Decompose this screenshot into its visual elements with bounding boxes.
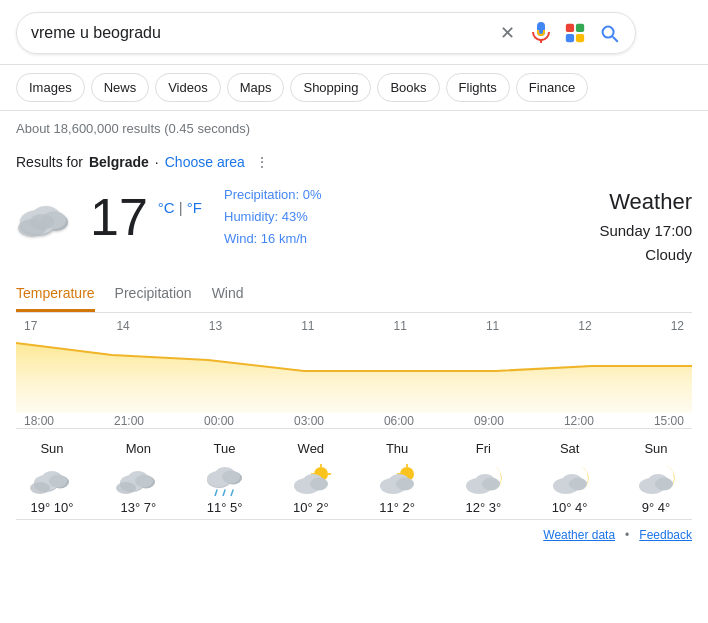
tab-images[interactable]: Images: [16, 73, 85, 102]
chart-hour-3: 03:00: [294, 414, 324, 428]
day-tue: Tue 11° 5°: [189, 441, 261, 515]
day-icon-sat: [548, 460, 592, 496]
svg-point-25: [116, 482, 136, 494]
day-label-thu: Thu: [386, 441, 408, 456]
day-icon-sun2: [634, 460, 678, 496]
search-bar: ✕: [16, 12, 636, 54]
day-temps-mon: 13° 7°: [120, 500, 156, 515]
chart-temp-1: 14: [116, 319, 129, 333]
day-temps-thu: 11° 2°: [379, 500, 415, 515]
temp-display: 17 °C | °F: [90, 191, 202, 243]
day-wed: Wed 10° 2°: [275, 441, 347, 515]
tab-precipitation[interactable]: Precipitation: [115, 277, 192, 312]
day-temps-tue: 11° 5°: [207, 500, 243, 515]
humidity-detail: Humidity: 43%: [224, 206, 322, 228]
weather-main: 17 °C | °F Precipitation: 0% Humidity: 4…: [16, 184, 692, 267]
day-icon-wed: [289, 460, 333, 496]
more-options-icon[interactable]: ⋮: [255, 154, 269, 170]
chart-temp-6: 12: [578, 319, 591, 333]
svg-rect-3: [576, 34, 584, 42]
chart-hour-7: 15:00: [654, 414, 684, 428]
day-icon-sun1: [30, 460, 74, 496]
day-label-fri: Fri: [476, 441, 491, 456]
temperature-value: 17: [90, 188, 148, 246]
weather-right: Weather Sunday 17:00 Cloudy: [599, 184, 692, 267]
weather-condition-icon: [16, 192, 76, 242]
chart-hour-0: 18:00: [24, 414, 54, 428]
daily-forecast: Sun 19° 10° Mon: [16, 428, 692, 519]
svg-point-42: [310, 478, 328, 491]
tab-temperature[interactable]: Temperature: [16, 277, 95, 312]
chart-temp-2: 13: [209, 319, 222, 333]
chart-hour-4: 06:00: [384, 414, 414, 428]
day-label-sun2: Sun: [644, 441, 667, 456]
weather-data-link[interactable]: Weather data: [543, 528, 615, 542]
day-icon-fri: [461, 460, 505, 496]
chart-temp-5: 11: [486, 319, 499, 333]
day-sun-2: Sun 9° 4°: [620, 441, 692, 515]
tab-wind[interactable]: Wind: [212, 277, 244, 312]
day-label-sun1: Sun: [40, 441, 63, 456]
day-mon: Mon 13° 7°: [102, 441, 174, 515]
temp-unit: °C | °F: [158, 199, 202, 216]
svg-rect-2: [566, 34, 574, 42]
tab-videos[interactable]: Videos: [155, 73, 221, 102]
day-temps-sun1: 19° 10°: [31, 500, 74, 515]
svg-point-51: [482, 478, 500, 491]
chart-temp-3: 11: [301, 319, 314, 333]
results-for-label: Results for: [16, 154, 83, 170]
weather-day-time: Sunday 17:00: [599, 219, 692, 243]
search-icons: ✕: [495, 21, 621, 45]
celsius-unit[interactable]: °C: [158, 199, 175, 216]
tab-flights[interactable]: Flights: [446, 73, 510, 102]
clear-icon[interactable]: ✕: [495, 21, 519, 45]
svg-point-24: [135, 475, 153, 488]
chart-svg: [16, 333, 692, 413]
svg-point-54: [569, 478, 587, 491]
svg-point-31: [222, 471, 240, 484]
dot-separator: ·: [155, 154, 159, 170]
day-label-mon: Mon: [126, 441, 151, 456]
tab-maps[interactable]: Maps: [227, 73, 285, 102]
day-sat: Sat 10° 4°: [534, 441, 606, 515]
tab-books[interactable]: Books: [377, 73, 439, 102]
day-sun-1: Sun 19° 10°: [16, 441, 88, 515]
tab-shopping[interactable]: Shopping: [290, 73, 371, 102]
weather-card: Results for Belgrade · Choose area ⋮ 17: [16, 142, 692, 558]
svg-point-18: [30, 482, 50, 494]
weather-title: Weather: [599, 184, 692, 219]
lens-icon[interactable]: [563, 21, 587, 45]
footer-dot: •: [625, 528, 629, 542]
day-temps-wed: 10° 2°: [293, 500, 329, 515]
day-fri: Fri 12° 3°: [447, 441, 519, 515]
feedback-link[interactable]: Feedback: [639, 528, 692, 542]
wind-detail: Wind: 16 km/h: [224, 228, 322, 250]
weather-details: Precipitation: 0% Humidity: 43% Wind: 16…: [224, 184, 322, 250]
day-icon-thu: [375, 460, 419, 496]
svg-point-48: [396, 478, 414, 491]
day-thu: Thu 11° 2°: [361, 441, 433, 515]
chart-hour-6: 12:00: [564, 414, 594, 428]
fahrenheit-unit[interactable]: °F: [187, 199, 202, 216]
svg-line-34: [231, 490, 233, 496]
svg-rect-1: [576, 24, 584, 32]
choose-area-link[interactable]: Choose area: [165, 154, 245, 170]
search-input[interactable]: [31, 24, 495, 42]
results-count: About 18,600,000 results (0.45 seconds): [0, 111, 708, 142]
day-label-wed: Wed: [298, 441, 325, 456]
day-icon-tue: [203, 460, 247, 496]
results-for-bar: Results for Belgrade · Choose area ⋮: [16, 154, 692, 170]
nav-tabs: Images News Videos Maps Shopping Books F…: [0, 65, 708, 111]
search-submit-icon[interactable]: [597, 21, 621, 45]
svg-line-32: [215, 490, 217, 496]
tab-news[interactable]: News: [91, 73, 150, 102]
chart-temp-4: 11: [394, 319, 407, 333]
mic-icon[interactable]: [529, 21, 553, 45]
svg-point-57: [655, 478, 673, 491]
weather-footer: Weather data • Feedback: [16, 519, 692, 546]
tab-finance[interactable]: Finance: [516, 73, 588, 102]
temperature-chart: 17 14 13 11 11 11 12 12 18:00 21:00: [16, 313, 692, 428]
svg-line-33: [223, 490, 225, 496]
city-name: Belgrade: [89, 154, 149, 170]
chart-temp-7: 12: [671, 319, 684, 333]
